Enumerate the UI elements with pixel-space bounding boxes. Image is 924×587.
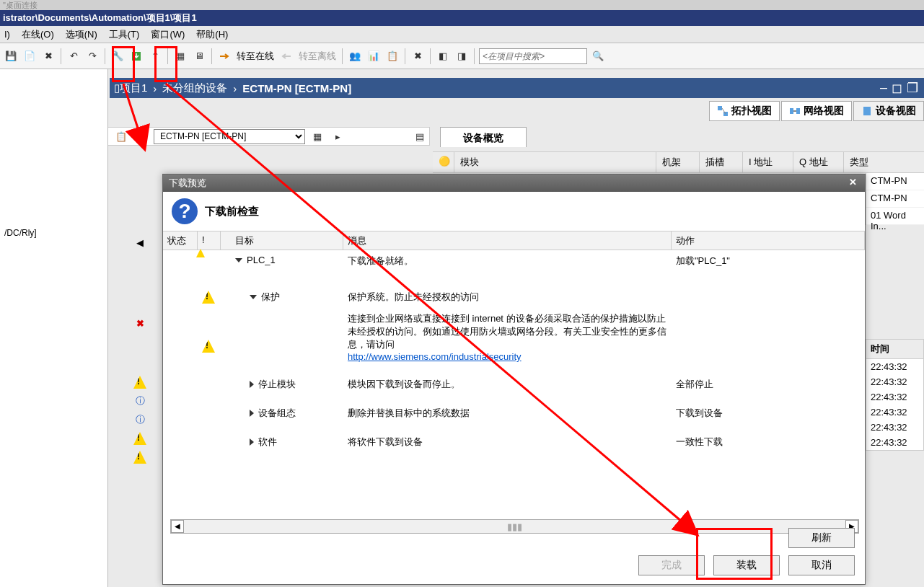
- expand-icon[interactable]: [235, 258, 242, 262]
- window-top-strip: "桌面连接: [0, 0, 924, 10]
- tool-go-online-icon[interactable]: [216, 48, 232, 64]
- expand-icon[interactable]: [250, 381, 254, 388]
- tool-go-offline-icon[interactable]: [278, 48, 294, 64]
- dialog-titlebar[interactable]: 下载预览 ✕: [163, 175, 865, 192]
- toolbar-separator: [430, 48, 431, 64]
- dialog-close-icon[interactable]: ✕: [846, 177, 859, 190]
- tab-device[interactable]: 设备视图: [853, 101, 924, 121]
- tool-split1-icon[interactable]: ◧: [435, 48, 451, 64]
- toolbar-separator: [405, 48, 405, 64]
- tool-monitor-icon[interactable]: 🖥: [191, 48, 207, 64]
- breadcrumb-group[interactable]: 未分组的设备: [162, 81, 227, 95]
- security-link[interactable]: http://www.siemens.com/industrialsecurit…: [348, 351, 522, 362]
- col-target: 目标: [221, 231, 343, 250]
- tab-topology[interactable]: 拓扑视图: [709, 101, 780, 121]
- svg-rect-4: [790, 108, 793, 114]
- breadcrumb-device[interactable]: ECTM-PN [ECTM-PN]: [242, 82, 351, 94]
- menu-options[interactable]: 选项(N): [66, 28, 97, 41]
- tool-split2-icon[interactable]: ◨: [454, 48, 470, 64]
- table-row[interactable]: CTM-PN: [866, 173, 924, 190]
- main-toolbar: 💾 📄 ✖ ↶ ↷ 🔧 ⬆ ▦ 🖥 转至在线 转至离线 👥 📊 📋 ✖ ◧ ◨ …: [0, 43, 924, 69]
- tool-x-icon[interactable]: ✖: [410, 48, 426, 64]
- col-slot: 插槽: [700, 152, 743, 172]
- expand-icon[interactable]: [250, 295, 257, 299]
- col-exclaim: !: [198, 231, 221, 250]
- tool-diag-icon[interactable]: 👥: [347, 48, 363, 64]
- project-search-input[interactable]: [479, 48, 587, 64]
- menu-window[interactable]: 窗口(W): [151, 28, 185, 41]
- dialog-row[interactable]: 停止模块 模块因下载到设备而停止。 全部停止: [163, 374, 865, 395]
- device-subtoolbar: ▦ 📋 ➕ ECTM-PN [ECTM-PN] ▦ ▸ ▤: [91, 127, 430, 146]
- time-row: 22:43:32: [866, 405, 923, 420]
- scroll-left-icon[interactable]: ◀: [171, 520, 184, 533]
- dialog-row[interactable]: 软件 将软件下载到设备 一致性下载: [163, 431, 865, 453]
- tool-download-icon[interactable]: [128, 48, 144, 64]
- toolbar-separator: [474, 48, 475, 64]
- dialog-row[interactable]: 设备组态 删除并替换目标中的系统数据 下载到设备: [163, 402, 865, 424]
- menu-help[interactable]: 帮助(H): [196, 28, 228, 41]
- load-button[interactable]: 装载: [713, 555, 780, 575]
- action-text[interactable]: 加载"PLC_1": [672, 253, 865, 269]
- toolbar-separator: [167, 48, 168, 64]
- col-state: 状态: [163, 231, 198, 250]
- breadcrumb-project[interactable]: 项目1: [120, 81, 147, 95]
- list-icon[interactable]: 📋: [113, 128, 129, 144]
- device-table-rows: CTM-PN CTM-PN 01 Word In...: [866, 173, 924, 225]
- device-select[interactable]: ECTM-PN [ECTM-PN]: [154, 129, 305, 144]
- window-restore-icon[interactable]: ❐: [907, 80, 918, 96]
- tool-watch-icon[interactable]: 📋: [384, 48, 400, 64]
- scroll-left-icon[interactable]: ◀: [133, 235, 147, 250]
- time-row: 22:43:32: [866, 359, 923, 374]
- cancel-button[interactable]: 取消: [788, 555, 855, 575]
- add-icon[interactable]: ➕: [133, 128, 149, 144]
- action-text[interactable]: 全部停止: [672, 376, 865, 392]
- tool-copy-icon[interactable]: 📄: [22, 48, 38, 64]
- refresh-button[interactable]: 刷新: [788, 528, 855, 548]
- time-row: 22:43:32: [866, 374, 923, 389]
- menu-tools[interactable]: 工具(T): [109, 28, 140, 41]
- tool-sim-icon[interactable]: ▦: [172, 48, 188, 64]
- search-go-icon[interactable]: 🔍: [590, 48, 606, 64]
- tool-upload-icon[interactable]: ⬆: [147, 48, 163, 64]
- title-bar: istrator\Documents\Automation\项目1\项目1: [0, 10, 924, 26]
- prop-icon[interactable]: ▦: [309, 128, 325, 144]
- time-header: 时间: [866, 340, 923, 359]
- menu-online[interactable]: 在线(O): [22, 28, 54, 41]
- tool-redo-icon[interactable]: ↷: [84, 48, 100, 64]
- action-text[interactable]: 下载到设备: [672, 405, 865, 421]
- col-icon[interactable]: ▤: [412, 128, 428, 144]
- msg-text: 模块因下载到设备而停止。: [343, 376, 672, 392]
- table-row[interactable]: 01 Word In...: [866, 208, 924, 225]
- action-text[interactable]: 一致性下载: [672, 434, 865, 450]
- go-online-label[interactable]: 转至在线: [235, 50, 276, 63]
- expand-icon[interactable]: [250, 438, 254, 446]
- window-max-icon[interactable]: ◻: [892, 80, 902, 96]
- dialog-row[interactable]: 保护 保护系统。防止未经授权的访问: [163, 286, 865, 308]
- msg-text: 将软件下载到设备: [343, 434, 672, 450]
- window-min-icon[interactable]: –: [880, 80, 887, 96]
- msg-text: 删除并替换目标中的系统数据: [343, 405, 672, 421]
- toolbar-separator: [61, 48, 61, 64]
- target-label: 软件: [258, 436, 277, 449]
- table-row[interactable]: CTM-PN: [866, 190, 924, 208]
- device-overview-tab[interactable]: 设备概览: [440, 127, 527, 147]
- dialog-row[interactable]: PLC_1 下载准备就绪。 加载"PLC_1": [163, 250, 865, 272]
- tool-delete-icon[interactable]: ✖: [40, 48, 56, 64]
- tree-item[interactable]: /DC/Rly]: [0, 225, 107, 241]
- tool-undo-icon[interactable]: ↶: [66, 48, 82, 64]
- menu-extra[interactable]: I): [4, 29, 10, 40]
- tool-compile-icon[interactable]: 🔧: [110, 48, 126, 64]
- tool-save-icon[interactable]: 💾: [3, 48, 19, 64]
- menu-bar: I) 在线(O) 选项(N) 工具(T) 窗口(W) 帮助(H): [0, 26, 924, 43]
- project-tree: /DC/Rly]: [0, 69, 108, 587]
- info-badge-icon: ⓘ: [133, 412, 147, 427]
- view-tabs: 拓扑视图 网络视图 设备视图: [709, 101, 924, 121]
- device-table-header: 🟡 模块 机架 插槽 I 地址 Q 地址 类型: [433, 151, 924, 173]
- dialog-row: 连接到企业网络或直接连接到 internet 的设备必须采取合适的保护措施以防止…: [163, 308, 865, 366]
- tool-trace-icon[interactable]: 📊: [366, 48, 382, 64]
- tab-network[interactable]: 网络视图: [781, 101, 852, 121]
- expand-icon[interactable]: [250, 410, 254, 417]
- fwd-icon[interactable]: ▸: [330, 128, 346, 144]
- warn-badge-icon: [133, 431, 147, 446]
- time-row: 22:43:32: [866, 420, 923, 435]
